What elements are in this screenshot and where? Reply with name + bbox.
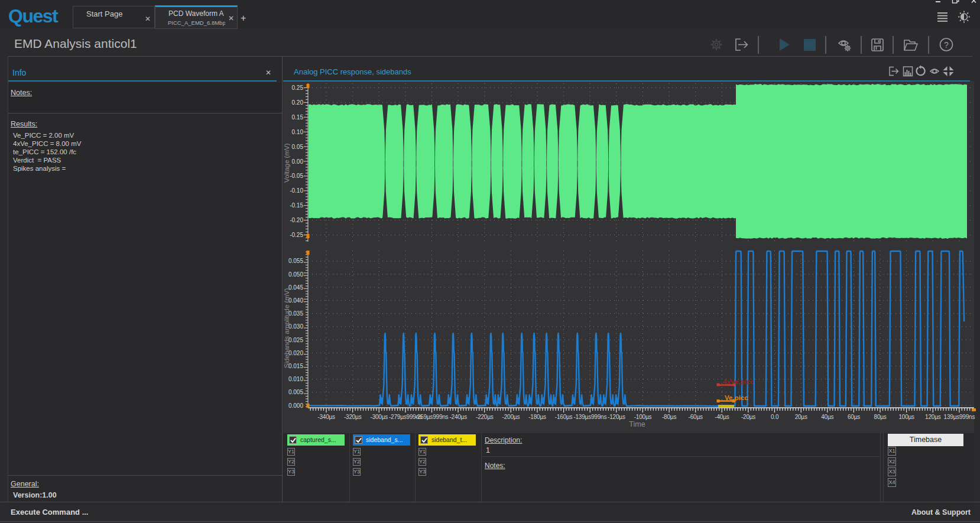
svg-text:0.015: 0.015 <box>288 363 303 369</box>
svg-text:0.020: 0.020 <box>288 350 303 356</box>
svg-text:-259µs999ns: -259µs999ns <box>416 414 449 420</box>
svg-text:4xVe,picc: 4xVe,picc <box>723 378 754 385</box>
svg-text:-139µs999ns: -139µs999ns <box>573 414 606 420</box>
svg-text:-0.10: -0.10 <box>290 187 303 194</box>
svg-text:139µs999ns: 139µs999ns <box>944 414 975 420</box>
svg-text:-100µs: -100µs <box>634 414 652 420</box>
svg-text:-40µs: -40µs <box>715 414 729 420</box>
svg-text:20µs: 20µs <box>795 414 807 420</box>
svg-text:0.050: 0.050 <box>288 271 303 278</box>
svg-text:0.055: 0.055 <box>288 258 303 264</box>
svg-text:-340µs: -340µs <box>317 414 335 420</box>
svg-text:-160µs: -160µs <box>555 414 573 420</box>
svg-text:0.15: 0.15 <box>292 114 304 121</box>
svg-text:0.005: 0.005 <box>288 389 303 395</box>
svg-text:0.05: 0.05 <box>292 144 304 150</box>
svg-text:-240µs: -240µs <box>449 414 467 420</box>
svg-text:-60µs: -60µs <box>689 414 703 420</box>
svg-text:100µs: 100µs <box>898 414 914 420</box>
svg-text:-200µs: -200µs <box>502 414 520 420</box>
svg-text:0.010: 0.010 <box>288 376 303 382</box>
svg-text:-80µs: -80µs <box>662 414 676 420</box>
svg-text:0.035: 0.035 <box>288 310 303 317</box>
svg-text:0.040: 0.040 <box>288 297 303 304</box>
svg-text:-0.25: -0.25 <box>290 232 303 238</box>
svg-text:0.030: 0.030 <box>288 323 303 330</box>
svg-text:Ve,picc: Ve,picc <box>725 394 748 401</box>
svg-text:0.10: 0.10 <box>292 129 304 135</box>
svg-text:60µs: 60µs <box>848 414 860 420</box>
svg-text:?: ? <box>944 40 949 50</box>
svg-text:0.00: 0.00 <box>292 158 304 165</box>
svg-text:-220µs: -220µs <box>476 414 494 420</box>
svg-text:0.025: 0.025 <box>288 337 303 343</box>
svg-text:-0.05: -0.05 <box>290 173 303 179</box>
svg-text:-0.20: -0.20 <box>290 217 303 223</box>
svg-text:40µs: 40µs <box>821 414 833 420</box>
svg-text:0.0: 0.0 <box>771 414 779 420</box>
svg-text:-120µs: -120µs <box>608 414 625 420</box>
svg-text:-320µs: -320µs <box>344 414 362 420</box>
svg-text:0.045: 0.045 <box>288 284 303 291</box>
svg-text:-0.15: -0.15 <box>290 202 303 209</box>
svg-text:-20µs: -20µs <box>741 414 755 420</box>
svg-text:80µs: 80µs <box>874 414 887 420</box>
svg-text:-300µs: -300µs <box>371 414 388 420</box>
svg-text:-180µs: -180µs <box>528 414 546 420</box>
svg-text:0.000: 0.000 <box>288 402 303 409</box>
svg-text:Time: Time <box>629 420 645 428</box>
svg-text:0.20: 0.20 <box>292 99 304 106</box>
svg-text:0.25: 0.25 <box>292 85 304 91</box>
svg-text:120µs: 120µs <box>925 414 941 420</box>
